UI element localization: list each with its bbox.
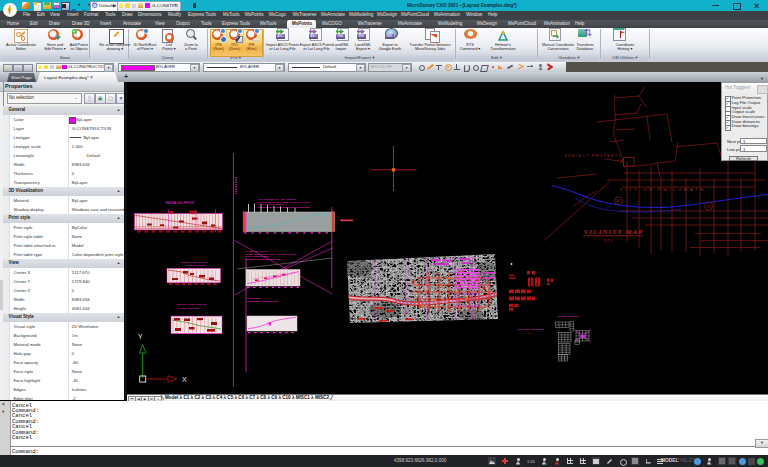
svg-text:SOIL AREA ACCESS RD: SOIL AREA ACCESS RD [518,328,544,331]
svg-text:ORIGINAL SOIL PROFILE: ORIGINAL SOIL PROFILE [165,201,194,205]
svg-text:VICINITY MAP: VICINITY MAP [584,228,644,235]
svg-text:AT NORTH ENTRANCE: AT NORTH ENTRANCE [178,307,201,309]
svg-text:CHANNEL XING DETAIL: CHANNEL XING DETAIL [557,315,580,318]
svg-text:Pa: Pa [528,332,532,335]
svg-text:X: X [182,376,187,383]
svg-text:N.T.S.: N.T.S. [604,239,613,243]
svg-text:REFER SECTION C AT NORTH ENTRA: REFER SECTION C AT NORTH ENTRANCE [247,300,279,302]
svg-text:34: 34 [616,199,620,203]
svg-text:REFER TO SUMMARY SPECS AND ENG: REFER TO SUMMARY SPECS AND ENGR CODES [245,258,282,260]
svg-text:SUBJECT PROPERTY: SUBJECT PROPERTY [565,154,622,158]
svg-text:Y: Y [138,333,143,340]
svg-text:20: 20 [706,205,710,209]
svg-text:AT MIDDLE SECTION: AT MIDDLE SECTION [184,264,205,266]
svg-text:REFER TO SUMMARY SPECS AND ENG: REFER TO SUMMARY SPECS AND ENGR CODES WH… [258,206,310,208]
